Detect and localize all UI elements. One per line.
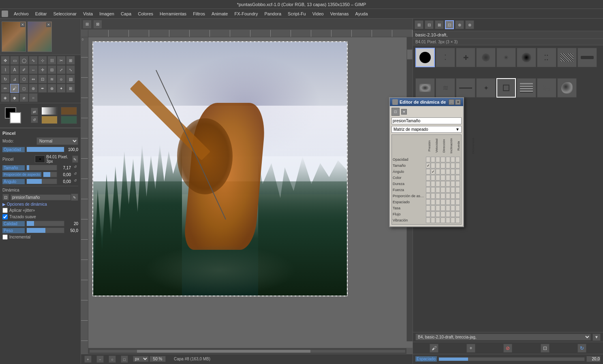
grid-cell-7-2[interactable] <box>436 199 440 205</box>
grid-cell-1-6[interactable] <box>455 163 460 168</box>
grid-cell-8-6[interactable] <box>455 205 460 211</box>
tool-paint-brush[interactable]: 🖌 <box>10 84 19 93</box>
menu-fx[interactable]: FX-Foundry <box>231 11 261 17</box>
action-btn-refresh[interactable]: ↻ <box>577 344 586 353</box>
spacing-slider[interactable] <box>438 357 585 361</box>
grid-cell-2-3[interactable] <box>440 169 445 175</box>
action-btn-copy[interactable]: ⊡ <box>541 344 550 353</box>
grid-cell-5-0[interactable] <box>426 187 430 193</box>
grid-cell-9-4[interactable] <box>446 211 450 217</box>
tool-text[interactable]: A <box>10 65 19 74</box>
size-label[interactable]: Tamaño <box>2 165 25 170</box>
grid-cell-0-6[interactable] <box>455 157 460 162</box>
grid-cell-0-5[interactable] <box>451 157 455 162</box>
rp-btn-1[interactable]: ⊞ <box>415 20 423 29</box>
opacity-slider[interactable] <box>26 147 64 152</box>
dynamics-dialog-minimize[interactable]: _ <box>449 99 454 105</box>
angle-slider[interactable] <box>26 179 57 184</box>
grid-cell-2-1[interactable]: ✓ <box>431 169 435 175</box>
swap-colors-icon[interactable]: ⇌ <box>31 108 38 115</box>
unit-select[interactable]: px mm in <box>133 356 149 362</box>
grid-cell-2-2[interactable] <box>436 169 440 175</box>
brush-item-line[interactable] <box>456 78 475 98</box>
grid-cell-10-6[interactable] <box>455 217 460 223</box>
grid-cell-2-0[interactable] <box>426 169 430 175</box>
tool-flip[interactable]: ⇔ <box>29 75 38 83</box>
grid-cell-7-0[interactable] <box>426 199 430 205</box>
grid-cell-1-3[interactable] <box>440 163 445 168</box>
tool-fuzzy[interactable]: ⊹ <box>38 56 47 65</box>
action-btn-delete[interactable]: ⊘ <box>503 344 512 353</box>
grid-cell-2-6[interactable] <box>455 169 460 175</box>
reset-colors-icon[interactable]: ↺ <box>31 116 38 123</box>
menu-archivo[interactable]: Archivo <box>11 11 32 17</box>
tool-rotate[interactable]: ↻ <box>1 75 10 83</box>
status-btn-2[interactable]: − <box>96 355 104 363</box>
rp-btn-6[interactable]: ⊗ <box>465 20 474 29</box>
grid-cell-10-2[interactable] <box>436 217 440 223</box>
grid-cell-5-4[interactable] <box>446 187 450 193</box>
tool-warp[interactable]: ≋ <box>47 75 56 83</box>
brush-item-sparkle[interactable]: ✦ <box>476 78 496 98</box>
menu-seleccionar[interactable]: Seleccionar <box>50 11 79 17</box>
grid-cell-4-5[interactable] <box>451 181 455 187</box>
tool-smudge[interactable]: ⌀ <box>19 93 28 102</box>
grid-cell-8-3[interactable] <box>440 205 445 211</box>
grid-cell-1-1[interactable] <box>431 163 435 168</box>
tool-dodge[interactable]: ○ <box>29 93 38 102</box>
brush-item-cross[interactable]: ✚ <box>456 48 475 67</box>
jitter-checkbox[interactable] <box>2 208 8 213</box>
grid-cell-9-3[interactable] <box>440 211 445 217</box>
brush-item-texture1[interactable] <box>557 48 577 67</box>
grid-cell-1-0[interactable]: ✓ <box>426 163 430 168</box>
grid-cell-3-5[interactable] <box>451 175 455 181</box>
brush-item-circle-solid[interactable] <box>415 48 435 67</box>
grid-cell-0-4[interactable] <box>446 157 450 162</box>
thumb-close-2[interactable]: ✕ <box>46 22 51 27</box>
grid-cell-6-3[interactable] <box>440 193 445 199</box>
rp-btn-3[interactable]: ⊠ <box>435 20 444 29</box>
brush-item-scatter[interactable]: ⁚ <box>436 48 455 67</box>
grid-cell-4-1[interactable] <box>431 181 435 187</box>
brush-item-splatter[interactable]: ✳ <box>496 48 516 67</box>
grid-cell-0-0[interactable] <box>426 157 430 162</box>
tool-ink[interactable]: ✒ <box>38 84 47 93</box>
tool-foreground[interactable]: ⊞ <box>66 56 75 65</box>
menu-imagen[interactable]: Imagen <box>96 11 118 17</box>
status-btn-1[interactable]: + <box>84 355 92 363</box>
brush-item-dotscatter[interactable]: •••• <box>537 48 556 67</box>
grid-cell-9-6[interactable] <box>455 211 460 217</box>
menu-video[interactable]: Video <box>309 11 327 17</box>
size-slider[interactable] <box>26 165 57 170</box>
grid-cell-3-2[interactable] <box>436 175 440 181</box>
weight-label[interactable]: Peso <box>2 228 25 233</box>
grid-cell-5-3[interactable] <box>440 187 445 193</box>
brush-item-calligraphy[interactable] <box>577 48 597 67</box>
menu-scriptfu[interactable]: Script-Fu <box>284 11 309 17</box>
brush-item-chalk[interactable]: ≋ <box>436 78 455 98</box>
action-btn-add[interactable]: + <box>466 344 475 353</box>
grid-cell-8-5[interactable] <box>451 205 455 211</box>
brush-bottom-arrow[interactable]: ▼ <box>592 334 601 341</box>
grid-cell-8-0[interactable] <box>426 205 430 211</box>
menu-animate[interactable]: Animate <box>208 11 231 17</box>
mode-select[interactable]: Normal Dissolve Multiply <box>36 137 78 145</box>
thumb-close-1[interactable]: ✕ <box>20 22 25 27</box>
quality-slider[interactable] <box>26 221 64 226</box>
weight-slider[interactable] <box>26 228 64 233</box>
grid-cell-1-5[interactable] <box>451 163 455 168</box>
menu-herramientas[interactable]: Herramientas <box>156 11 190 17</box>
tool-pencil[interactable]: ✏ <box>1 84 10 93</box>
menu-vista[interactable]: Vista <box>80 11 96 17</box>
angle-reset-icon[interactable]: ↺ <box>73 179 78 184</box>
grid-cell-7-1[interactable] <box>431 199 435 205</box>
brush-item-grain[interactable] <box>415 78 435 98</box>
grid-cell-4-0[interactable] <box>426 181 430 187</box>
rp-btn-4[interactable]: ⊡ <box>445 20 454 29</box>
grid-cell-3-0[interactable] <box>426 175 430 181</box>
grid-cell-4-3[interactable] <box>440 181 445 187</box>
size-reset-icon[interactable]: ↺ <box>73 165 78 170</box>
grid-cell-4-2[interactable] <box>436 181 440 187</box>
gradient-swatch[interactable] <box>41 116 58 124</box>
tool-free-select[interactable]: ∿ <box>29 56 38 65</box>
